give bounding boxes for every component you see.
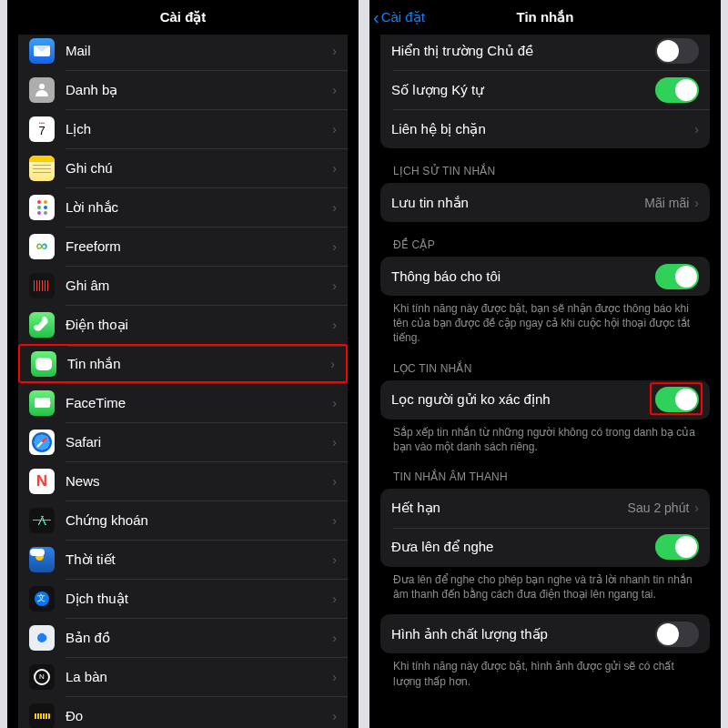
row-label: Điện thoại [66, 317, 332, 333]
chevron-right-icon: › [332, 239, 337, 254]
row-audio-expire[interactable]: Hết hạn Sau 2 phút › [380, 489, 710, 528]
section-footer-audio: Đưa lên để nghe cho phép bạn nghe và trả… [380, 567, 710, 602]
news-icon: N [29, 469, 55, 494]
low-quality-toggle[interactable] [655, 622, 699, 647]
chevron-right-icon: › [332, 552, 337, 567]
row-detail: Mãi mãi [644, 196, 689, 210]
phone-icon [29, 312, 55, 338]
row-label: FaceTime [66, 395, 332, 410]
facetime-icon [29, 390, 55, 416]
chevron-right-icon: › [332, 435, 337, 450]
settings-row-phone[interactable]: Điện thoại › [18, 305, 348, 344]
back-button[interactable]: ‹ Cài đặt [373, 8, 425, 26]
row-label: Bản đồ [66, 630, 332, 646]
row-keep-messages[interactable]: Lưu tin nhắn Mãi mãi › [380, 183, 710, 222]
section-footer-mentions: Khi tính năng này được bật, bạn sẽ nhận … [380, 296, 710, 346]
row-show-subject[interactable]: Hiển thị trường Chủ đề [380, 35, 710, 70]
chevron-right-icon: › [332, 513, 337, 528]
row-label: Lịch [66, 121, 332, 137]
chevron-right-icon: › [694, 122, 699, 136]
row-detail: Sau 2 phút [628, 500, 690, 515]
row-raise-to-listen[interactable]: Đưa lên để nghe [380, 528, 710, 567]
row-label: Lời nhắc [66, 199, 332, 216]
safari-icon [29, 430, 55, 455]
maps-icon [29, 625, 55, 651]
navbar-left: Cài đặt [7, 0, 359, 35]
back-label: Cài đặt [381, 9, 425, 25]
chevron-right-icon: › [332, 278, 337, 293]
row-label: Danh bạ [66, 82, 332, 98]
messages-settings-screen: ‹ Cài đặt Tin nhắn Hiển thị trường Chủ đ… [369, 0, 721, 728]
row-label: Ghi chú [66, 160, 332, 176]
row-filter-unknown[interactable]: Lọc người gửi ko xác định [380, 380, 710, 420]
row-label: Hết hạn [391, 500, 628, 516]
raise-to-listen-toggle[interactable] [655, 534, 699, 560]
reminders-icon [29, 195, 55, 220]
chevron-right-icon: › [332, 318, 337, 332]
navbar-title: Cài đặt [160, 9, 207, 25]
settings-row-news[interactable]: N News › [18, 461, 348, 500]
translate-icon [29, 586, 55, 612]
row-char-count[interactable]: Số lượng Ký tự [380, 70, 710, 109]
chevron-right-icon: › [332, 161, 337, 176]
row-label: Hiển thị trường Chủ đề [391, 43, 655, 59]
row-label: Chứng khoán [66, 512, 332, 529]
row-label: La bàn [66, 669, 332, 684]
chevron-right-icon: › [332, 592, 337, 606]
row-label: Dịch thuật [66, 591, 332, 607]
settings-row-compass[interactable]: N La bàn › [18, 657, 348, 696]
settings-row-freeform[interactable]: ∞ Freeform › [18, 227, 348, 266]
row-label: Safari [66, 434, 332, 450]
chevron-right-icon: › [694, 500, 699, 515]
settings-row-voicememos[interactable]: Ghi âm › [18, 266, 348, 305]
settings-row-maps[interactable]: Bản đồ › [18, 618, 348, 657]
section-header-filter: LỌC TIN NHẮN [380, 346, 710, 380]
settings-row-mail[interactable]: Mail › [18, 35, 348, 70]
row-notify-me[interactable]: Thông báo cho tôi [380, 257, 710, 296]
row-label: Freeform [66, 238, 332, 254]
calendar-icon: •••7 [29, 116, 55, 142]
notes-icon [29, 156, 55, 181]
mail-icon [29, 38, 55, 64]
compass-icon: N [29, 664, 55, 690]
row-label: Thông báo cho tôi [391, 268, 655, 284]
row-label: Đưa lên để nghe [391, 539, 655, 555]
contacts-icon [29, 77, 55, 103]
chevron-right-icon: › [332, 474, 337, 489]
stocks-icon [29, 508, 55, 533]
notify-me-toggle[interactable] [655, 264, 699, 289]
row-label: Tin nhắn [67, 356, 330, 372]
row-blocked-contacts[interactable]: Liên hệ bị chặn › [380, 109, 710, 148]
row-label: Số lượng Ký tự [391, 82, 655, 98]
chevron-right-icon: › [332, 200, 337, 215]
settings-row-notes[interactable]: Ghi chú › [18, 148, 348, 187]
settings-row-facetime[interactable]: FaceTime › [18, 383, 348, 422]
settings-row-measure[interactable]: Đo › [18, 696, 348, 728]
settings-row-contacts[interactable]: Danh bạ › [18, 70, 348, 109]
settings-row-reminders[interactable]: Lời nhắc › [18, 187, 348, 227]
settings-row-messages[interactable]: Tin nhắn › [18, 344, 348, 383]
chevron-right-icon: › [330, 357, 335, 371]
row-label: Liên hệ bị chặn [391, 121, 694, 137]
settings-apps-list: Mail › Danh bạ › •••7 Lịch › Ghi chú › L… [18, 35, 348, 728]
section-header-history: LỊCH SỬ TIN NHẮN [380, 148, 710, 183]
settings-row-weather[interactable]: Thời tiết › [18, 540, 348, 579]
chevron-right-icon: › [694, 196, 699, 210]
settings-row-translate[interactable]: Dịch thuật › [18, 579, 348, 618]
filter-unknown-toggle[interactable] [655, 387, 699, 412]
row-label: Lọc người gửi ko xác định [391, 391, 655, 408]
settings-row-safari[interactable]: Safari › [18, 422, 348, 461]
settings-row-calendar[interactable]: •••7 Lịch › [18, 109, 348, 148]
navbar-title: Tin nhắn [517, 9, 574, 25]
char-count-toggle[interactable] [655, 77, 699, 103]
section-footer-lowq: Khi tính năng này được bật, hình ảnh đượ… [380, 653, 710, 688]
show-subject-toggle[interactable] [655, 38, 699, 64]
row-label: News [66, 473, 332, 489]
settings-row-stocks[interactable]: Chứng khoán › [18, 500, 348, 540]
weather-icon [29, 547, 55, 572]
row-low-quality[interactable]: Hình ảnh chất lượng thấp [380, 614, 710, 653]
chevron-right-icon: › [332, 83, 337, 97]
section-footer-filter: Sắp xếp tin nhắn từ những người không có… [380, 420, 710, 454]
row-label: Ghi âm [66, 278, 332, 293]
messages-icon [31, 351, 56, 377]
